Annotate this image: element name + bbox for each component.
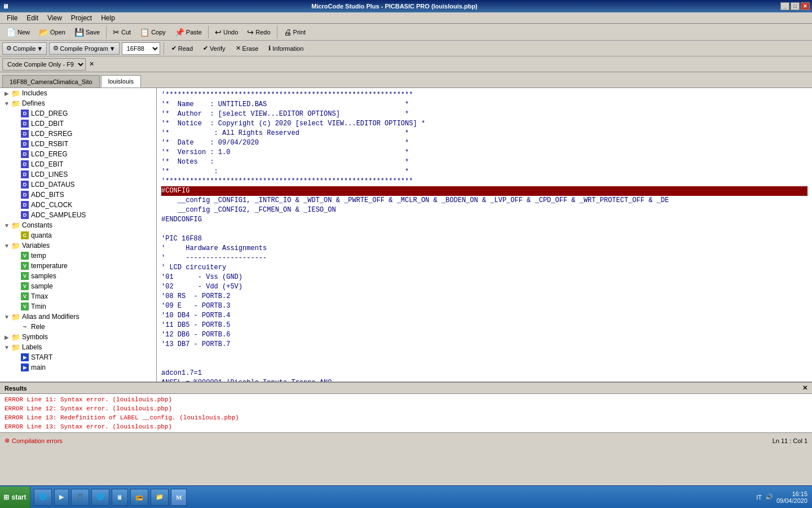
- new-icon: 📄: [6, 28, 16, 37]
- tree-label: Tmax: [31, 292, 48, 300]
- tree-item-adc_clock[interactable]: DADC_CLOCK: [0, 200, 156, 210]
- results-close[interactable]: ✕: [802, 384, 807, 392]
- taskbar-music[interactable]: 🎵: [71, 489, 89, 506]
- tree-item-sample[interactable]: Vsample: [0, 281, 156, 291]
- tab-camera[interactable]: 16F88_CameraClimatica_Sito: [2, 75, 100, 87]
- taskbar-media[interactable]: ▶: [54, 489, 69, 506]
- tree-item-temperature[interactable]: Vtemperature: [0, 261, 156, 271]
- cut-button[interactable]: ✂ Cut: [109, 25, 135, 39]
- tree-item-lcd_lines[interactable]: DLCD_LINES: [0, 169, 156, 179]
- tree-icon: D: [20, 200, 29, 209]
- information-button[interactable]: ℹ Information: [264, 42, 307, 55]
- taskbar-mcs[interactable]: M: [171, 489, 187, 506]
- menu-file[interactable]: File: [2, 13, 22, 23]
- menu-edit[interactable]: Edit: [22, 13, 43, 23]
- results-title: Results: [5, 385, 27, 392]
- paste-button[interactable]: 📌 Paste: [171, 25, 206, 39]
- compile-button[interactable]: ⚙ Compile ▼: [2, 42, 47, 55]
- tree-icon: D: [20, 190, 29, 199]
- tree-item-lcd_ereg[interactable]: DLCD_EREG: [0, 149, 156, 159]
- compile-mode-select[interactable]: Code Compile Only - F9 Program - F10: [2, 58, 86, 71]
- redo-button[interactable]: ↪ Redo: [243, 25, 274, 39]
- tree-item-adc_sampleus[interactable]: DADC_SAMPLEUS: [0, 210, 156, 220]
- tree-icon: ~: [20, 322, 29, 331]
- tree-label: Constants: [22, 221, 52, 229]
- code-line: '* Version : 1.0 *: [161, 148, 807, 157]
- tree-item-rele[interactable]: ~Rele: [0, 322, 156, 332]
- tree-item-lcd_ebit[interactable]: DLCD_EBIT: [0, 159, 156, 169]
- undo-button[interactable]: ↩ Undo: [211, 25, 242, 39]
- verify-button[interactable]: ✔ Verify: [199, 42, 230, 55]
- tree-item-temp[interactable]: Vtemp: [0, 251, 156, 261]
- status-bar: ⊗ Compilation errors Ln 11 : Col 1: [0, 432, 812, 448]
- information-icon: ℹ: [268, 45, 271, 52]
- tree-item-tmax[interactable]: VTmax: [0, 291, 156, 301]
- tree-item-symbols[interactable]: ▶📁Symbols: [0, 332, 156, 342]
- tree-item-tmin[interactable]: VTmin: [0, 301, 156, 312]
- tree-item-lcd_rsbit[interactable]: DLCD_RSBIT: [0, 139, 156, 149]
- taskbar-radio[interactable]: 📻: [130, 489, 148, 506]
- tree-icon: D: [20, 129, 29, 138]
- tree-label: ADC_CLOCK: [31, 201, 72, 209]
- tree-item-variables[interactable]: ▼📁Variables: [0, 240, 156, 251]
- lang-indicator: IT: [756, 494, 762, 501]
- code-line: '08 RS - PORTB.2: [161, 292, 807, 301]
- tree-item-main[interactable]: ▶main: [0, 362, 156, 373]
- code-line: 'PIC 16F88: [161, 234, 807, 244]
- print-icon: 🖨: [284, 28, 292, 37]
- error-line: ERROR Line 11: Syntax error. (louislouis…: [5, 395, 807, 404]
- tree-item-constants[interactable]: ▼📁Constants: [0, 220, 156, 230]
- taskbar-items: 🌐 ▶ 🎵 🌐 🖩 📻 📁 M: [30, 489, 752, 506]
- tree-item-lcd_rsreg[interactable]: DLCD_RSREG: [0, 129, 156, 139]
- print-button[interactable]: 🖨 Print: [280, 25, 310, 39]
- menu-help[interactable]: Help: [96, 13, 120, 23]
- tree-item-labels[interactable]: ▼📁Labels: [0, 342, 156, 352]
- erase-button[interactable]: ✕ Erase: [232, 42, 263, 55]
- code-line: #ENDCONFIG: [161, 215, 807, 225]
- compile-program-button[interactable]: ⚙ Compile Program ▼: [49, 42, 119, 55]
- tree-icon: D: [20, 160, 29, 169]
- copy-icon: 📋: [140, 28, 149, 37]
- tree-item-quanta[interactable]: Cquanta: [0, 230, 156, 240]
- tree-item-start[interactable]: ▶START: [0, 352, 156, 362]
- chip-selector[interactable]: 16F88 16F628 18F452: [122, 42, 160, 55]
- read-button[interactable]: ✔ Read: [167, 42, 197, 55]
- minimize-button[interactable]: _: [780, 2, 789, 10]
- redo-icon: ↪: [247, 28, 254, 37]
- tree-item-lcd_dreg[interactable]: DLCD_DREG: [0, 108, 156, 119]
- tree-view: ▶📁Includes▼📁DefinesDLCD_DREGDLCD_DBITDLC…: [0, 88, 156, 373]
- tree-icon: D: [20, 170, 29, 179]
- start-button[interactable]: ⊞ start: [0, 487, 30, 508]
- close-button[interactable]: ✕: [801, 2, 810, 10]
- tree-item-lcd_dbit[interactable]: DLCD_DBIT: [0, 119, 156, 129]
- copy-button[interactable]: 📋 Copy: [136, 25, 170, 39]
- open-button[interactable]: 📂 Open: [35, 25, 69, 39]
- taskbar-calc[interactable]: 🖩: [112, 489, 128, 506]
- paste-icon: 📌: [175, 28, 184, 37]
- code-editor[interactable]: '***************************************…: [157, 88, 812, 382]
- taskbar-ie[interactable]: 🌐: [34, 489, 52, 506]
- maximize-button[interactable]: □: [791, 2, 800, 10]
- radio-icon: 📻: [135, 493, 143, 501]
- error-line: ERROR Line 13: Redefinition of LABEL __c…: [5, 413, 807, 422]
- code-line: '10 DB4 - PORTB.4: [161, 311, 807, 321]
- separator-3: [277, 26, 277, 38]
- save-button[interactable]: 💾 Save: [70, 25, 104, 39]
- tree-item-lcd_dataus[interactable]: DLCD_DATAUS: [0, 179, 156, 190]
- code-line: '02 - Vdd (+5V): [161, 282, 807, 292]
- tree-item-adc_bits[interactable]: DADC_BITS: [0, 190, 156, 200]
- date-display: 09/04/2020: [776, 497, 807, 504]
- tab-louislouis[interactable]: louislouis: [101, 75, 141, 87]
- tree-item-includes[interactable]: ▶📁Includes: [0, 88, 156, 98]
- new-button[interactable]: 📄 New: [2, 25, 34, 39]
- tree-item-defines[interactable]: ▼📁Defines: [0, 98, 156, 108]
- code-line: '***************************************…: [161, 90, 807, 100]
- menu-view[interactable]: View: [43, 13, 67, 23]
- calc-icon: 🖩: [117, 494, 123, 501]
- taskbar-chrome[interactable]: 🌐: [91, 489, 109, 506]
- tree-item-samples[interactable]: Vsamples: [0, 271, 156, 281]
- compile-mode-close[interactable]: ✕: [88, 60, 95, 68]
- taskbar-folder[interactable]: 📁: [151, 489, 169, 506]
- menu-project[interactable]: Project: [67, 13, 96, 23]
- tree-item-alias-and-modifiers[interactable]: ▼📁Alias and Modifiers: [0, 312, 156, 322]
